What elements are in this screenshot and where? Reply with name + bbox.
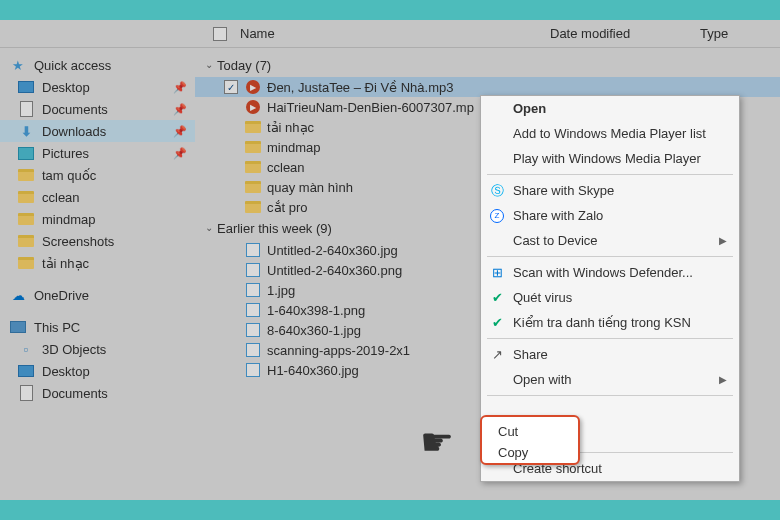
- pin-icon: 📌: [173, 147, 187, 160]
- audio-file-icon: ▶: [245, 99, 261, 115]
- select-all-checkbox[interactable]: [213, 27, 227, 41]
- folder-icon: [245, 139, 261, 155]
- quick-access[interactable]: ★ Quick access: [0, 54, 195, 76]
- sidebar-item-documents[interactable]: Documents: [0, 382, 195, 404]
- group-header[interactable]: ⌄Today (7): [195, 54, 780, 77]
- ctx-ksn[interactable]: ✔Kiểm tra danh tiếng trong KSN: [481, 310, 739, 335]
- sidebar-item-desktop[interactable]: Desktop: [0, 360, 195, 382]
- shield-icon: ⊞: [489, 265, 505, 281]
- chevron-down-icon: ⌄: [205, 222, 213, 233]
- ctx-skype[interactable]: ⓈShare with Skype: [481, 178, 739, 203]
- shield-check-icon: ✔: [489, 290, 505, 306]
- column-date[interactable]: Date modified: [550, 26, 700, 41]
- star-icon: ★: [10, 57, 26, 73]
- pin-icon: 📌: [173, 81, 187, 94]
- image-file-icon: [245, 342, 261, 358]
- file-name: mindmap: [267, 140, 320, 155]
- column-header[interactable]: Name Date modified Type: [0, 20, 780, 48]
- ctx-copy[interactable]: Copy: [492, 442, 568, 463]
- ctx-defender[interactable]: ⊞Scan with Windows Defender...: [481, 260, 739, 285]
- folder-icon: [18, 233, 34, 249]
- sidebar-item-label: mindmap: [42, 212, 95, 227]
- sidebar-item-pictures[interactable]: Pictures📌: [0, 142, 195, 164]
- file-name: Untitled-2-640x360.png: [267, 263, 402, 278]
- folder-icon: [245, 179, 261, 195]
- this-pc-label: This PC: [34, 320, 80, 335]
- sidebar-item-cclean[interactable]: cclean: [0, 186, 195, 208]
- sidebar-item-mindmap[interactable]: mindmap: [0, 208, 195, 230]
- sidebar-item-label: Desktop: [42, 80, 90, 95]
- ctx-open[interactable]: Open: [481, 96, 739, 121]
- file-name: tải nhạc: [267, 120, 314, 135]
- desktop-icon: [18, 79, 34, 95]
- folder-icon: [18, 167, 34, 183]
- sidebar-item-label: Screenshots: [42, 234, 114, 249]
- onedrive[interactable]: ☁ OneDrive: [0, 284, 195, 306]
- folder-icon: [245, 199, 261, 215]
- ctx-wmp-play[interactable]: Play with Windows Media Player: [481, 146, 739, 171]
- sidebar-item-label: Desktop: [42, 364, 90, 379]
- sidebar-item-downloads[interactable]: ⬇Downloads📌: [0, 120, 195, 142]
- this-pc[interactable]: This PC: [0, 316, 195, 338]
- sidebar-item-3d-objects[interactable]: ▫3D Objects: [0, 338, 195, 360]
- sidebar-item-label: Downloads: [42, 124, 106, 139]
- ctx-share[interactable]: ↗Share: [481, 342, 739, 367]
- skype-icon: Ⓢ: [489, 183, 505, 199]
- download-icon: ⬇: [18, 123, 34, 139]
- file-name: Untitled-2-640x360.jpg: [267, 243, 398, 258]
- image-file-icon: [245, 322, 261, 338]
- ctx-cut[interactable]: Cut: [492, 421, 568, 442]
- sidebar-item-label: 3D Objects: [42, 342, 106, 357]
- file-name: 8-640x360-1.jpg: [267, 323, 361, 338]
- sidebar-item-label: tam quốc: [42, 168, 96, 183]
- sidebar-item-desktop[interactable]: Desktop📌: [0, 76, 195, 98]
- 3d-objects-icon: ▫: [18, 341, 34, 357]
- document-icon: [18, 385, 34, 401]
- folder-icon: [245, 119, 261, 135]
- audio-file-icon: ▶: [245, 79, 261, 95]
- folder-icon: [18, 211, 34, 227]
- ctx-cast[interactable]: Cast to Device▶: [481, 228, 739, 253]
- pin-icon: 📌: [173, 125, 187, 138]
- sidebar-item-tải-nhạc[interactable]: tải nhạc: [0, 252, 195, 274]
- sidebar-item-label: Documents: [42, 102, 108, 117]
- file-name: cclean: [267, 160, 305, 175]
- ctx-wmp-add[interactable]: Add to Windows Media Player list: [481, 121, 739, 146]
- file-name: H1-640x360.jpg: [267, 363, 359, 378]
- onedrive-label: OneDrive: [34, 288, 89, 303]
- sidebar-item-label: Pictures: [42, 146, 89, 161]
- folder-icon: [245, 159, 261, 175]
- row-checkbox[interactable]: ✓: [223, 80, 239, 94]
- sidebar-item-tam-quốc[interactable]: tam quốc: [0, 164, 195, 186]
- group-title: Today (7): [217, 58, 271, 73]
- pin-icon: 📌: [173, 103, 187, 116]
- cloud-icon: ☁: [10, 287, 26, 303]
- shield-check-icon: ✔: [489, 315, 505, 331]
- chevron-right-icon: ▶: [719, 374, 727, 385]
- navigation-pane: ★ Quick access Desktop📌Documents📌⬇Downlo…: [0, 48, 195, 500]
- ctx-virus[interactable]: ✔Quét virus: [481, 285, 739, 310]
- file-name: cắt pro: [267, 200, 308, 215]
- column-name[interactable]: Name: [240, 26, 550, 41]
- file-row[interactable]: ✓▶Đen, JustaTee – Đi Về Nhà.mp3: [195, 77, 780, 97]
- pc-icon: [10, 319, 26, 335]
- zalo-icon: Z: [489, 208, 505, 224]
- file-name: Đen, JustaTee – Đi Về Nhà.mp3: [267, 80, 453, 95]
- pictures-icon: [18, 145, 34, 161]
- ctx-openwith[interactable]: Open with▶: [481, 367, 739, 392]
- folder-icon: [18, 255, 34, 271]
- image-file-icon: [245, 242, 261, 258]
- folder-icon: [18, 189, 34, 205]
- image-file-icon: [245, 282, 261, 298]
- file-name: quay màn hình: [267, 180, 353, 195]
- ctx-zalo[interactable]: ZShare with Zalo: [481, 203, 739, 228]
- file-name: 1.jpg: [267, 283, 295, 298]
- sidebar-item-documents[interactable]: Documents📌: [0, 98, 195, 120]
- document-icon: [18, 101, 34, 117]
- image-file-icon: [245, 362, 261, 378]
- image-file-icon: [245, 302, 261, 318]
- sidebar-item-screenshots[interactable]: Screenshots: [0, 230, 195, 252]
- highlight-callout: Cut Copy: [480, 415, 580, 465]
- column-type[interactable]: Type: [700, 26, 780, 41]
- image-file-icon: [245, 262, 261, 278]
